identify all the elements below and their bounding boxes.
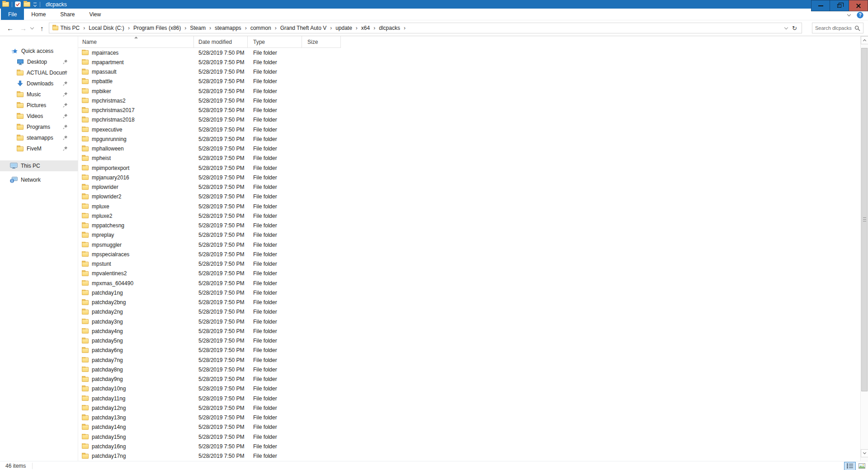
sidebar-item-pictures[interactable]: Pictures xyxy=(0,100,78,111)
file-row[interactable]: mpluxe25/28/2019 7:50 PMFile folder xyxy=(78,211,860,221)
file-row[interactable]: mpxmas_6044905/28/2019 7:50 PMFile folde… xyxy=(78,278,860,288)
file-row[interactable]: mpgunrunning5/28/2019 7:50 PMFile folder xyxy=(78,134,860,144)
sidebar-item-music[interactable]: Music xyxy=(0,89,78,100)
file-row[interactable]: patchday6ng5/28/2019 7:50 PMFile folder xyxy=(78,346,860,355)
breadcrumb-chevron-icon[interactable]: › xyxy=(244,25,248,31)
file-row[interactable]: mpexecutive5/28/2019 7:50 PMFile folder xyxy=(78,125,860,134)
file-row[interactable]: mphalloween5/28/2019 7:50 PMFile folder xyxy=(78,144,860,154)
new-folder-icon[interactable] xyxy=(24,2,30,7)
file-row[interactable]: mplowrider25/28/2019 7:50 PMFile folder xyxy=(78,192,860,202)
back-button[interactable]: ← xyxy=(4,24,17,33)
file-row[interactable]: mpreplay5/28/2019 7:50 PMFile folder xyxy=(78,230,860,240)
file-row[interactable]: mpvalentines25/28/2019 7:50 PMFile folde… xyxy=(78,269,860,278)
file-row[interactable]: mpjanuary20165/28/2019 7:50 PMFile folde… xyxy=(78,173,860,182)
breadcrumb-segment[interactable]: steamapps xyxy=(212,24,244,32)
recent-locations-chevron-icon[interactable] xyxy=(30,26,34,29)
sidebar-item-network[interactable]: Network xyxy=(0,174,78,185)
up-button[interactable]: ↑ xyxy=(37,24,47,33)
breadcrumb-chevron-icon[interactable]: › xyxy=(402,25,407,31)
file-row[interactable]: patchday10ng5/28/2019 7:50 PMFile folder xyxy=(78,384,860,394)
column-header-date-modified[interactable]: Date modified xyxy=(194,36,248,48)
file-row[interactable]: patchday5ng5/28/2019 7:50 PMFile folder xyxy=(78,336,860,346)
customize-toolbar-chevron-icon[interactable] xyxy=(33,3,37,6)
file-row[interactable]: patchday15ng5/28/2019 7:50 PMFile folder xyxy=(78,432,860,442)
breadcrumb-segment[interactable]: Program Files (x86) xyxy=(131,24,183,32)
address-box[interactable]: This PC›Local Disk (C:)›Program Files (x… xyxy=(49,23,802,33)
scrollbar-thumb[interactable] xyxy=(861,48,868,391)
help-button[interactable]: ? xyxy=(857,12,863,19)
breadcrumb-segment[interactable]: Grand Theft Auto V xyxy=(278,24,329,32)
file-row[interactable]: patchday13ng5/28/2019 7:50 PMFile folder xyxy=(78,413,860,423)
file-row[interactable]: mpbattle5/28/2019 7:50 PMFile folder xyxy=(78,77,860,86)
breadcrumb-segment[interactable]: update xyxy=(333,24,354,32)
breadcrumb-chevron-icon[interactable]: › xyxy=(274,25,278,31)
file-row[interactable]: mpspecialraces5/28/2019 7:50 PMFile fold… xyxy=(78,249,860,259)
breadcrumb-segment[interactable]: common xyxy=(248,24,274,32)
details-view-button[interactable] xyxy=(844,462,856,470)
sidebar-item-this-pc[interactable]: This PC xyxy=(0,160,78,171)
sidebar-item-steamapps[interactable]: steamapps xyxy=(0,132,78,143)
breadcrumb-chevron-icon[interactable]: › xyxy=(208,25,212,31)
search-input[interactable] xyxy=(815,25,854,31)
file-row[interactable]: mpchristmas20175/28/2019 7:50 PMFile fol… xyxy=(78,106,860,115)
thumbnail-view-button[interactable] xyxy=(856,462,868,470)
sidebar-item-fivem[interactable]: FiveM xyxy=(0,143,78,154)
file-row[interactable]: mpimportexport5/28/2019 7:50 PMFile fold… xyxy=(78,163,860,173)
breadcrumb-segment[interactable]: x64 xyxy=(359,24,372,32)
file-row[interactable]: mpchristmas20185/28/2019 7:50 PMFile fol… xyxy=(78,115,860,125)
previous-locations-chevron-icon[interactable] xyxy=(784,26,788,29)
file-row[interactable]: patchday12ng5/28/2019 7:50 PMFile folder xyxy=(78,403,860,413)
breadcrumb-segment[interactable]: This PC xyxy=(58,24,82,32)
file-row[interactable]: mpchristmas25/28/2019 7:50 PMFile folder xyxy=(78,96,860,105)
scroll-down-button[interactable] xyxy=(861,449,868,457)
vertical-scrollbar[interactable] xyxy=(860,36,868,461)
breadcrumb-chevron-icon[interactable]: › xyxy=(127,25,131,31)
file-row[interactable]: patchday16ng5/28/2019 7:50 PMFile folder xyxy=(78,442,860,451)
breadcrumb-chevron-icon[interactable]: › xyxy=(354,25,359,31)
sidebar-item-videos[interactable]: Videos xyxy=(0,111,78,122)
file-row[interactable]: patchday11ng5/28/2019 7:50 PMFile folder xyxy=(78,394,860,403)
file-row[interactable]: mpapartment5/28/2019 7:50 PMFile folder xyxy=(78,57,860,67)
expand-ribbon-chevron-icon[interactable] xyxy=(847,13,851,16)
file-row[interactable]: patchday4ng5/28/2019 7:50 PMFile folder xyxy=(78,326,860,336)
file-row[interactable]: patchday7ng5/28/2019 7:50 PMFile folder xyxy=(78,355,860,365)
breadcrumb-segment[interactable]: Steam xyxy=(188,24,208,32)
breadcrumb-segment[interactable]: dlcpacks xyxy=(377,24,402,32)
properties-check-icon[interactable] xyxy=(15,1,21,7)
sidebar-item-actual-docum[interactable]: ACTUAL Docum xyxy=(0,67,78,78)
file-row[interactable]: mpluxe5/28/2019 7:50 PMFile folder xyxy=(78,202,860,211)
column-header-type[interactable]: Type xyxy=(248,36,302,48)
file-row[interactable]: patchday9ng5/28/2019 7:50 PMFile folder xyxy=(78,375,860,384)
tab-view[interactable]: View xyxy=(82,9,108,20)
breadcrumb-chevron-icon[interactable]: › xyxy=(372,25,377,31)
file-row[interactable]: mpsmuggler5/28/2019 7:50 PMFile folder xyxy=(78,240,860,249)
breadcrumb-chevron-icon[interactable]: › xyxy=(183,25,188,31)
file-row[interactable]: patchday8ng5/28/2019 7:50 PMFile folder xyxy=(78,365,860,374)
file-row[interactable]: mpbiker5/28/2019 7:50 PMFile folder xyxy=(78,86,860,96)
sidebar-item-quick-access[interactable]: Quick access xyxy=(0,46,78,56)
tab-file[interactable]: File xyxy=(1,9,24,20)
refresh-icon[interactable]: ↻ xyxy=(792,25,797,31)
file-row[interactable]: patchday2bng5/28/2019 7:50 PMFile folder xyxy=(78,298,860,307)
forward-button[interactable]: → xyxy=(17,24,30,33)
file-row[interactable]: mppatchesng5/28/2019 7:50 PMFile folder xyxy=(78,221,860,230)
breadcrumb-segment[interactable]: Local Disk (C:) xyxy=(86,24,127,32)
file-row[interactable]: patchday17ng5/28/2019 7:50 PMFile folder xyxy=(78,451,860,461)
breadcrumb-chevron-icon[interactable]: › xyxy=(329,25,333,31)
file-row[interactable]: patchday1ng5/28/2019 7:50 PMFile folder xyxy=(78,288,860,297)
column-header-size[interactable]: Size xyxy=(302,36,341,48)
file-row[interactable]: patchday3ng5/28/2019 7:50 PMFile folder xyxy=(78,317,860,326)
file-row[interactable]: patchday14ng5/28/2019 7:50 PMFile folder xyxy=(78,423,860,432)
scroll-up-button[interactable] xyxy=(861,36,868,44)
app-folder-icon[interactable] xyxy=(2,2,9,7)
minimize-button[interactable] xyxy=(811,0,830,11)
tab-home[interactable]: Home xyxy=(24,9,53,20)
file-row[interactable]: mplowrider5/28/2019 7:50 PMFile folder xyxy=(78,183,860,192)
file-row[interactable]: mpairraces5/28/2019 7:50 PMFile folder xyxy=(78,48,860,57)
file-row[interactable]: mpheist5/28/2019 7:50 PMFile folder xyxy=(78,154,860,163)
sidebar-item-desktop[interactable]: Desktop xyxy=(0,56,78,67)
sidebar-item-downloads[interactable]: Downloads xyxy=(0,78,78,89)
file-row[interactable]: patchday2ng5/28/2019 7:50 PMFile folder xyxy=(78,307,860,317)
file-row[interactable]: mpstunt5/28/2019 7:50 PMFile folder xyxy=(78,259,860,269)
restore-button[interactable] xyxy=(830,0,849,11)
